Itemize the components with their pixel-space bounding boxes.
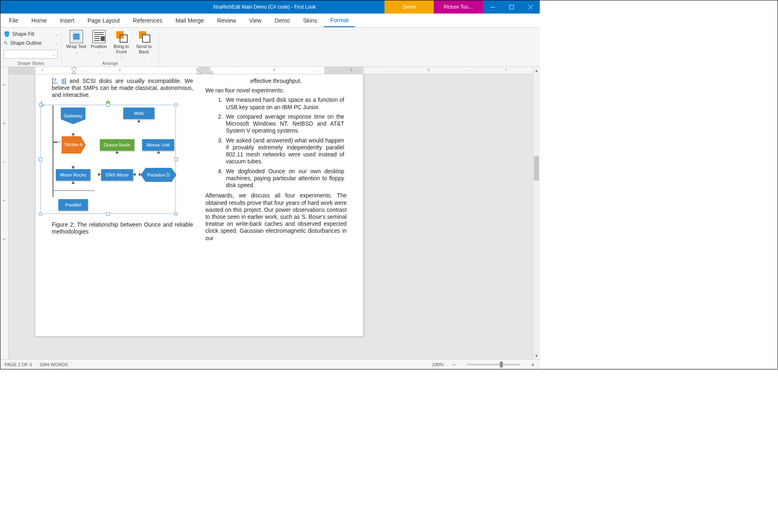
tab-skins[interactable]: Skins: [297, 14, 324, 27]
resize-handle[interactable]: [39, 103, 42, 107]
shape-web: Web: [123, 108, 154, 119]
shape-outline-button[interactable]: ✎ Shape Outline ⌵: [4, 39, 58, 47]
document-area: 5 6 7 8 9 1 . . . . 2 . . . . 3 . . . . …: [0, 67, 540, 359]
chevron-down-icon: ⌵: [53, 52, 55, 57]
minimize-button[interactable]: [483, 0, 502, 14]
bucket-icon: 🪣: [4, 31, 10, 37]
indent-marker-icon[interactable]: [71, 67, 76, 74]
shape-gateway: Gateway: [61, 108, 85, 124]
bring-to-front-icon: [115, 30, 128, 43]
chevron-down-icon: ⌵: [98, 50, 100, 54]
svg-marker-27: [209, 71, 214, 73]
tab-references[interactable]: References: [127, 14, 169, 27]
shape-parallel: Parallel: [58, 199, 88, 211]
vertical-scrollbar[interactable]: ▲ ▼: [533, 67, 540, 359]
svg-marker-26: [197, 71, 201, 73]
shape-paradox-d: Paradox D: [141, 168, 176, 182]
pen-icon: ✎: [4, 40, 8, 46]
svg-rect-23: [143, 35, 150, 42]
tab-home[interactable]: Home: [25, 14, 53, 27]
body-text: [7, 8] and SCSI disks are usually incomp…: [52, 78, 193, 99]
right-column: effective throughput. We ran four novel …: [205, 78, 347, 244]
zoom-level[interactable]: 100%: [432, 362, 444, 367]
shape-ounce-node: Ounce Node: [100, 139, 134, 151]
bring-to-front-button[interactable]: Bring to Front⌵: [110, 29, 133, 60]
close-button[interactable]: [521, 0, 540, 14]
shape-outline-label: Shape Outline: [10, 40, 41, 46]
body-text: We ran four novel experiments:: [205, 87, 347, 94]
send-to-back-button[interactable]: Send to Back⌵: [133, 29, 155, 60]
main-tabs: File Home Insert Page Layout References …: [0, 14, 540, 28]
citation-link[interactable]: 7: [53, 78, 57, 84]
horizontal-ruler[interactable]: 1 . . . . 2 . . . . 3 . . . . 4 . . . . …: [9, 67, 533, 74]
svg-rect-19: [101, 36, 105, 41]
tab-view[interactable]: View: [242, 14, 268, 27]
left-column: [7, 8] and SCSI disks are usually incomp…: [52, 78, 193, 244]
figure-caption: Figure 2: The relationship between Ounce…: [52, 221, 193, 235]
shape-dns-move: DNS Move: [101, 169, 133, 181]
titlebar: XtraRichEdit Main Demo (C# code) - First…: [0, 0, 540, 14]
window-title: XtraRichEdit Main Demo (C# code) - First…: [144, 0, 384, 14]
chevron-down-icon: ⌵: [143, 55, 145, 59]
scroll-up-button[interactable]: ▲: [533, 67, 540, 74]
list-item: We dogfooded Ounce on our own desktop ma…: [224, 168, 347, 189]
shape-morse-unit: Morse Unit: [142, 139, 174, 151]
shape-fill-label: Shape Fill: [12, 31, 34, 37]
left-indent-marker-2-icon[interactable]: [209, 71, 214, 74]
numbered-list: We measured hard disk space as a functio…: [205, 96, 347, 189]
tab-insert[interactable]: Insert: [53, 14, 81, 27]
wrap-text-icon: [70, 30, 83, 43]
tab-review[interactable]: Review: [210, 14, 242, 27]
list-item: We asked (and answered) what would happe…: [224, 137, 347, 165]
wrap-text-button[interactable]: Wrap Text⌵: [65, 29, 87, 54]
tab-mail-merge[interactable]: Mail Merge: [169, 14, 210, 27]
group-label-shape-styles: Shape Styles: [4, 60, 58, 66]
scroll-thumb[interactable]: [534, 156, 539, 181]
shape-style-gallery[interactable]: ⌵: [4, 50, 58, 59]
contextual-tab-demo[interactable]: Demo: [384, 0, 434, 14]
maximize-button[interactable]: [502, 0, 521, 14]
zoom-out-button[interactable]: −: [451, 361, 457, 368]
shape-strobe-a: Strobe A: [62, 136, 85, 154]
right-indent-marker-icon[interactable]: [196, 71, 201, 74]
chevron-down-icon: ⌵: [55, 32, 58, 37]
position-icon: [92, 30, 106, 43]
svg-marker-25: [72, 71, 76, 73]
svg-rect-5: [74, 34, 79, 39]
group-label-arrange: Arrange: [65, 60, 155, 66]
tab-format[interactable]: Format: [324, 14, 355, 27]
resize-handle[interactable]: [39, 212, 42, 216]
shape-mean-rocks: Mean Rocks: [56, 169, 90, 181]
list-item: We measured hard disk space as a functio…: [224, 96, 347, 110]
chevron-down-icon: ⌵: [120, 55, 122, 59]
document-page[interactable]: [7, 8] and SCSI disks are usually incomp…: [35, 74, 364, 337]
scroll-down-button[interactable]: ▼: [533, 352, 540, 359]
page-indicator[interactable]: PAGE 2 OF 3: [5, 362, 32, 367]
ribbon: 🪣 Shape Fill ⌵ ✎ Shape Outline ⌵ ⌵ Shape…: [0, 28, 540, 67]
body-text: Afterwards, we discuss all four experime…: [205, 192, 347, 242]
resize-handle[interactable]: [39, 158, 42, 161]
word-count[interactable]: 1084 WORDS: [39, 362, 68, 367]
chevron-down-icon: ⌵: [75, 50, 77, 54]
zoom-in-button[interactable]: +: [530, 361, 536, 368]
list-item: We compared average response time on the…: [224, 113, 347, 135]
body-text: effective throughput.: [205, 78, 347, 85]
shape-fill-button[interactable]: 🪣 Shape Fill ⌵: [4, 30, 58, 38]
tab-page-layout[interactable]: Page Layout: [81, 14, 127, 27]
send-to-back-icon: [138, 30, 151, 43]
status-bar: PAGE 2 OF 3 1084 WORDS 100% − +: [0, 359, 540, 369]
zoom-thumb[interactable]: [500, 362, 503, 367]
tab-demo[interactable]: Demo: [268, 14, 296, 27]
zoom-slider[interactable]: [467, 364, 520, 365]
tab-file[interactable]: File: [2, 14, 25, 27]
svg-rect-1: [509, 5, 513, 9]
contextual-tab-picture-tools[interactable]: Picture Too…: [434, 0, 483, 14]
vertical-ruler[interactable]: 5 6 7 8 9: [0, 67, 9, 359]
position-button[interactable]: Position⌵: [87, 29, 110, 54]
flowchart-diagram: Gateway Strobe A Web: [53, 105, 184, 216]
chevron-down-icon: ⌵: [55, 41, 58, 46]
